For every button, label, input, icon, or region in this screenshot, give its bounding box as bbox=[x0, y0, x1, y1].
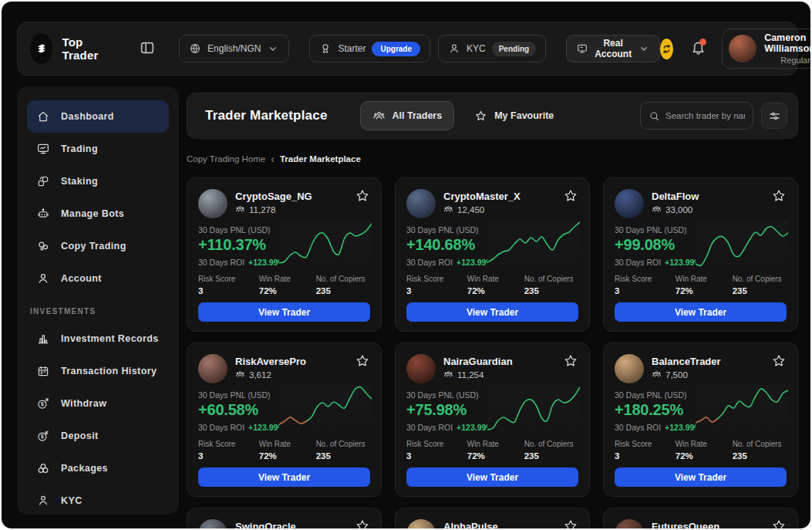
favourite-star-button[interactable] bbox=[354, 188, 371, 205]
panel-toggle-icon bbox=[139, 39, 156, 56]
trader-copier-count: 11,254 bbox=[457, 370, 483, 380]
sidebar-item-dashboard[interactable]: Dashboard bbox=[27, 100, 169, 133]
marketplace-header: Trader Marketplace All Traders My Favour… bbox=[187, 93, 798, 139]
sidebar-item-deposit[interactable]: $ Deposit bbox=[27, 420, 169, 452]
trader-copier-count: 11,278 bbox=[249, 205, 275, 214]
star-icon bbox=[771, 188, 787, 204]
sidebar-item-staking[interactable]: Staking bbox=[27, 165, 169, 197]
trader-copier-count: 3,612 bbox=[249, 370, 271, 380]
risk-score-value: 3 bbox=[615, 286, 676, 295]
copiers-label: No. of Copiers bbox=[733, 440, 787, 448]
sidebar-item-packages[interactable]: Packages bbox=[27, 452, 169, 484]
sidebar-item-manage-bots[interactable]: Manage Bots bbox=[27, 197, 169, 230]
main-content: Trader Marketplace All Traders My Favour… bbox=[187, 93, 798, 528]
user-icon bbox=[36, 272, 50, 285]
brand: Top Trader bbox=[30, 33, 106, 64]
search-input[interactable] bbox=[665, 111, 745, 120]
trader-card: RiskAversePro 3,612 30 Days PNL (USD) +6… bbox=[187, 343, 382, 497]
pnl-sparkline bbox=[696, 385, 788, 434]
win-rate-label: Win Rate bbox=[676, 440, 733, 448]
favourite-star-button[interactable] bbox=[770, 188, 787, 205]
group-icon bbox=[235, 370, 245, 380]
currency-swap-button[interactable] bbox=[660, 39, 673, 59]
pnl-value: +99.08% bbox=[615, 236, 675, 254]
trader-copier-count: 7,500 bbox=[665, 370, 688, 380]
pnl-sparkline bbox=[487, 385, 580, 434]
star-icon bbox=[771, 518, 787, 528]
withdraw-icon: $ bbox=[36, 397, 50, 410]
tab-all-traders[interactable]: All Traders bbox=[360, 101, 455, 130]
star-icon bbox=[563, 188, 578, 204]
view-trader-button[interactable]: View Trader bbox=[198, 302, 370, 322]
search-box bbox=[640, 102, 753, 130]
page-title: Trader Marketplace bbox=[205, 108, 328, 123]
trading-icon bbox=[36, 142, 50, 156]
sliders-icon bbox=[768, 110, 781, 123]
sidebar-item-label: Manage Bots bbox=[61, 208, 124, 219]
pnl-label: 30 Days PNL (USD) bbox=[615, 390, 687, 400]
trader-avatar bbox=[198, 354, 227, 383]
copiers-value: 235 bbox=[524, 286, 578, 295]
plan-pill: Starter Upgrade bbox=[309, 35, 430, 62]
copiers-label: No. of Copiers bbox=[316, 440, 370, 448]
trader-avatar bbox=[198, 519, 227, 528]
sidebar-item-label: Dashboard bbox=[61, 111, 114, 122]
trader-card: CryptoMaster_X 12,450 30 Days PNL (USD) … bbox=[395, 177, 590, 332]
risk-score-label: Risk Score bbox=[615, 275, 676, 283]
pnl-sparkline bbox=[279, 220, 372, 269]
sidebar-toggle-button[interactable] bbox=[139, 39, 156, 59]
app-logo-icon bbox=[30, 33, 52, 64]
favourite-star-button[interactable] bbox=[354, 518, 371, 528]
account-type-selector[interactable]: Real Account bbox=[566, 35, 660, 62]
roi-label: 30 Days ROI bbox=[615, 258, 661, 267]
view-trader-button[interactable]: View Trader bbox=[198, 468, 370, 487]
search-icon bbox=[649, 110, 660, 122]
brand-name: Top Trader bbox=[62, 35, 106, 62]
star-icon bbox=[355, 188, 370, 204]
view-trader-button[interactable]: View Trader bbox=[615, 468, 787, 487]
sidebar-item-account[interactable]: Account bbox=[27, 262, 169, 295]
favourite-star-button[interactable] bbox=[770, 518, 787, 528]
sidebar-item-trading[interactable]: Trading bbox=[27, 133, 169, 165]
sidebar-item-withdraw[interactable]: $ Withdraw bbox=[27, 387, 169, 420]
pnl-label: 30 Days PNL (USD) bbox=[615, 225, 687, 235]
sidebar-item-kyc[interactable]: KYC bbox=[27, 484, 169, 515]
favourite-star-button[interactable] bbox=[562, 353, 579, 370]
language-label: English/NGN bbox=[207, 43, 261, 54]
win-rate-label: Win Rate bbox=[259, 440, 316, 448]
tab-my-favourite[interactable]: My Favourite bbox=[462, 101, 566, 130]
view-trader-button[interactable]: View Trader bbox=[406, 468, 578, 487]
notifications-button[interactable] bbox=[690, 39, 706, 58]
copiers-label: No. of Copiers bbox=[524, 440, 578, 448]
breadcrumb-parent[interactable]: Copy Trading Home bbox=[187, 154, 265, 164]
trader-avatar bbox=[615, 354, 644, 383]
pnl-label: 30 Days PNL (USD) bbox=[198, 225, 271, 235]
pnl-value: +110.37% bbox=[198, 236, 266, 254]
upgrade-button[interactable]: Upgrade bbox=[372, 42, 420, 56]
pnl-sparkline bbox=[696, 220, 788, 269]
user-menu[interactable]: Cameron Williamson Regular User bbox=[722, 29, 810, 69]
sidebar-item-copy-trading[interactable]: Copy Trading bbox=[27, 230, 169, 262]
roi-label: 30 Days ROI bbox=[615, 423, 661, 432]
favourite-star-button[interactable] bbox=[354, 353, 371, 370]
app-window: Top Trader English/NGN Starter Upgrade K… bbox=[2, 2, 810, 528]
view-trader-button[interactable]: View Trader bbox=[615, 302, 787, 322]
bots-icon bbox=[36, 207, 50, 221]
copy-icon bbox=[36, 239, 50, 253]
trader-name: BalanceTrader bbox=[652, 356, 721, 367]
sidebar-investments-nav: Investment Records Transaction History $… bbox=[27, 322, 169, 515]
chevron-down-icon bbox=[638, 42, 650, 55]
trader-card: SwingOracle 30 Days PNL (USD) 30 Days RO… bbox=[187, 508, 382, 528]
trader-name: SwingOracle bbox=[235, 521, 296, 528]
sidebar-item-investment-records[interactable]: Investment Records bbox=[27, 322, 169, 355]
star-icon bbox=[771, 353, 787, 369]
sidebar-item-label: Account bbox=[61, 273, 102, 284]
favourite-star-button[interactable] bbox=[770, 353, 787, 370]
breadcrumb-current: Trader Marketplace bbox=[280, 154, 361, 164]
favourite-star-button[interactable] bbox=[562, 188, 579, 205]
filter-button[interactable] bbox=[761, 103, 787, 129]
language-selector[interactable]: English/NGN bbox=[179, 35, 289, 62]
favourite-star-button[interactable] bbox=[562, 518, 579, 528]
sidebar-item-transaction-history[interactable]: Transaction History bbox=[27, 355, 169, 387]
view-trader-button[interactable]: View Trader bbox=[406, 302, 578, 322]
